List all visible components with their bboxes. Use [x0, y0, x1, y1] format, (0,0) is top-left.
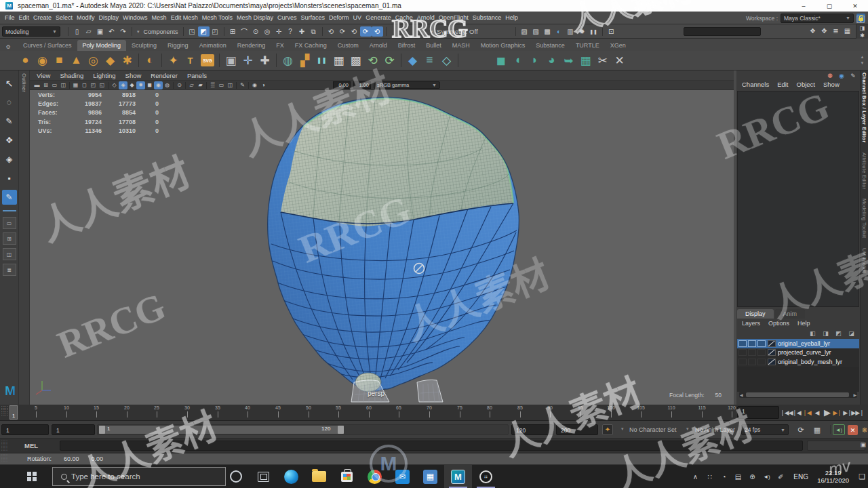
shelf-tab-bifrost[interactable]: Bifrost	[393, 40, 421, 51]
paint-select-tool[interactable]: ✎	[2, 114, 17, 129]
snap-grid-icon[interactable]: ⊞	[227, 26, 239, 37]
task-view-icon[interactable]	[250, 465, 277, 488]
menu-mesh-display[interactable]: Mesh Display	[235, 14, 275, 21]
channelbox-menu-object[interactable]: Object	[793, 81, 819, 88]
selection-mask-label[interactable]: Components	[142, 28, 180, 35]
softselect-icon[interactable]: ⧉	[308, 26, 319, 37]
tray-overflow-icon[interactable]: ∷	[703, 470, 717, 483]
vp-safe-action-icon[interactable]: ◰	[89, 81, 98, 89]
vp-grid-icon[interactable]: ⊞	[41, 81, 50, 89]
menu-modify[interactable]: Modify	[75, 14, 97, 21]
sidebar-tab-uv-toolkit[interactable]: UV Toolkit	[861, 248, 867, 273]
workspace-dropdown[interactable]: Maya Classic*▼	[781, 14, 854, 23]
vp-joints-icon[interactable]: ▰	[196, 81, 205, 89]
sidebar-tab-attribute-editor[interactable]: Attribute Editor	[861, 152, 867, 189]
calculator-icon[interactable]: ▦	[416, 465, 444, 488]
snap-view-icon[interactable]: ◎	[262, 26, 273, 37]
layout-two-icon[interactable]: ◫	[3, 248, 16, 260]
sidebar-tab-modeling-toolkit[interactable]: Modeling Toolkit	[861, 199, 867, 238]
vp-greasepencil-icon[interactable]: ✎	[238, 81, 247, 89]
panel-menu-view[interactable]: View	[32, 72, 55, 79]
type-tool-icon[interactable]: T	[182, 53, 198, 68]
char-controls-icon[interactable]: ❖	[807, 26, 818, 36]
extract-icon[interactable]: ◖	[510, 53, 526, 68]
cortana-icon[interactable]	[222, 465, 250, 488]
vp-plane-icon[interactable]: ▭	[217, 81, 226, 89]
svg-tool-icon[interactable]: SVG	[201, 54, 214, 66]
channel-box-list[interactable]	[737, 91, 859, 307]
menu-create[interactable]: Create	[31, 14, 54, 21]
vp-textured-icon[interactable]: ◆	[127, 81, 136, 89]
shelf-scroll-arrows[interactable]: ▲▼	[859, 54, 865, 66]
render-settings-icon[interactable]: ▩	[542, 26, 553, 37]
rotate-tool[interactable]: ◈	[2, 152, 17, 167]
menu-substance[interactable]: Substance	[471, 14, 504, 21]
menu-mesh-tools[interactable]: Mesh Tools	[200, 14, 235, 21]
taskbar-search[interactable]: Type here to search	[52, 467, 226, 486]
poly-plane-icon[interactable]: ◆	[102, 53, 118, 68]
locator-icon[interactable]: ✛	[240, 53, 256, 68]
menu-windows[interactable]: Windows	[121, 14, 150, 21]
poly-disc-icon[interactable]: ✱	[119, 53, 135, 68]
panel-menu-shading[interactable]: Shading	[55, 72, 88, 79]
clip-editor-button[interactable]: ▦	[811, 424, 823, 435]
layer-up-icon[interactable]: ◩	[834, 329, 843, 338]
outliner-panel-edge[interactable]: Outliner	[19, 70, 30, 405]
light-editor-icon[interactable]: ✹	[576, 26, 588, 37]
language-indicator[interactable]: ENG	[793, 465, 808, 488]
poly-torus-icon[interactable]: ◎	[85, 53, 101, 68]
shelf-tab-mash[interactable]: MASH	[447, 40, 475, 51]
vp-fog-icon[interactable]: ▒	[208, 81, 217, 89]
anim-layer-dropdown[interactable]: No Anim Layer	[695, 426, 735, 433]
current-frame-field[interactable]: 1	[737, 406, 779, 419]
layer-pb-icon[interactable]: ◨	[821, 329, 830, 338]
maximize-button[interactable]: ▢	[816, 0, 842, 12]
panel-menu-panels[interactable]: Panels	[182, 72, 212, 79]
pause-icon[interactable]: ❚❚	[588, 26, 599, 37]
panel-menu-renderer[interactable]: Renderer	[146, 72, 182, 79]
vp-res-gate-icon[interactable]: ◫	[59, 81, 68, 89]
minimize-button[interactable]: –	[791, 0, 816, 12]
poly-sphere-icon[interactable]: ●	[18, 53, 33, 68]
separate-icon[interactable]: ◗	[527, 53, 542, 68]
layer-down-icon[interactable]: ◪	[847, 329, 856, 338]
shelf-tab-poly-modeling[interactable]: Poly Modeling	[77, 40, 127, 51]
select-hierarchy-icon[interactable]: ◳	[186, 26, 198, 37]
sidebar-tool-icon[interactable]: ✱	[858, 32, 867, 39]
vp-snapshot-icon[interactable]: ◉	[250, 81, 259, 89]
lock-icon[interactable]: ✚	[296, 26, 308, 37]
sculpt-tool[interactable]: ✎	[2, 190, 17, 205]
layer-tab-display[interactable]: Display	[737, 309, 774, 319]
workspace-lock-icon[interactable]: ⚿	[856, 14, 865, 22]
attr-pencil-icon[interactable]: ✎	[849, 72, 857, 80]
layer-tab-anim[interactable]: Anim	[775, 309, 806, 319]
booleans-icon[interactable]: ◐	[142, 53, 158, 68]
prev-key-button[interactable]: ❘◀	[802, 407, 812, 418]
layer-menu-layers[interactable]: Layers	[738, 320, 764, 327]
shelf-tab-rendering[interactable]: Rendering	[232, 40, 271, 51]
layout-four-icon[interactable]: ⊞	[3, 232, 16, 245]
loop-button[interactable]: ⟳	[795, 424, 807, 435]
menu-deform[interactable]: Deform	[327, 14, 351, 21]
range-start-handle[interactable]	[99, 426, 105, 434]
time-slider-grip[interactable]: ∷∷∷∷∷∷∷∷∷	[1, 406, 8, 419]
layer-menu-help[interactable]: Help	[793, 320, 814, 327]
shelf-tab-fx-caching[interactable]: FX Caching	[290, 40, 332, 51]
poly-cone-icon[interactable]: ▲	[68, 53, 84, 68]
select-component-icon[interactable]: ◰	[210, 26, 221, 37]
current-frame-marker[interactable]: 1	[9, 405, 18, 420]
shelf-tab-fx[interactable]: FX	[271, 40, 290, 51]
store-icon[interactable]	[333, 465, 361, 488]
attr-sphere-icon[interactable]: ◉	[837, 72, 846, 80]
cube-teal-icon[interactable]: ◇	[439, 53, 454, 68]
action-center-icon[interactable]: ❏	[859, 465, 865, 488]
range-slider-bar[interactable]	[99, 426, 344, 434]
make-live-sphere-icon[interactable]: ◍	[280, 53, 296, 68]
menu-help[interactable]: Help	[503, 14, 520, 21]
cleanup-icon[interactable]: ✂	[595, 53, 610, 68]
vp-gpu-icon[interactable]: ◫	[226, 81, 235, 89]
menu-generate[interactable]: Generate	[363, 14, 393, 21]
menu-cache[interactable]: Cache	[393, 14, 415, 21]
shelf-tab-turtle[interactable]: TURTLE	[570, 40, 605, 51]
shelf-tab-sculpting[interactable]: Sculpting	[126, 40, 162, 51]
